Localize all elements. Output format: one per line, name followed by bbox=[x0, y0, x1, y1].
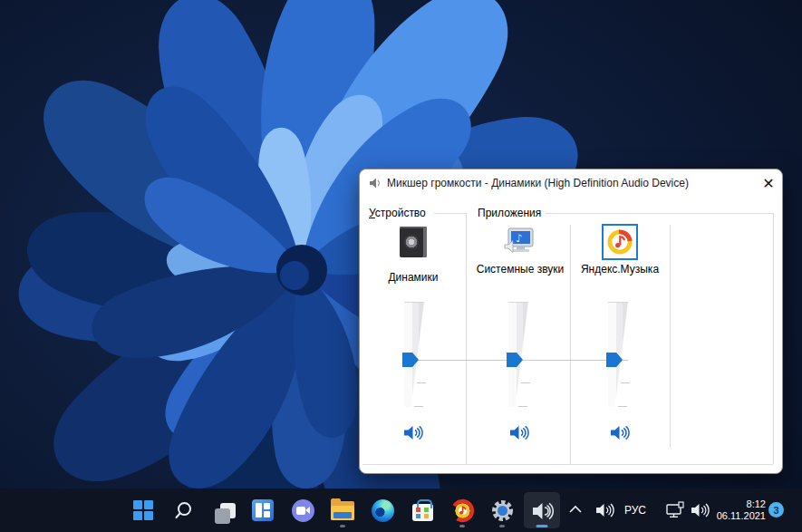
windows-logo-icon bbox=[133, 500, 153, 520]
microsoft-store-icon bbox=[412, 504, 433, 521]
start-button[interactable] bbox=[125, 492, 161, 528]
yandex-music-button[interactable] bbox=[444, 492, 480, 528]
window-title: Микшер громкости - Динамики (High Defini… bbox=[387, 177, 689, 189]
volume-mixer-icon bbox=[530, 500, 554, 522]
notification-badge[interactable]: 3 bbox=[768, 502, 784, 517]
search-icon bbox=[172, 499, 194, 521]
yandex-music-icon bbox=[450, 498, 475, 523]
tray-volume-mixer-icon[interactable] bbox=[594, 502, 614, 518]
file-explorer-button[interactable] bbox=[324, 492, 361, 528]
mute-button-device[interactable] bbox=[400, 421, 427, 444]
divider bbox=[773, 213, 774, 464]
edge-button[interactable] bbox=[364, 492, 401, 528]
tray-language[interactable]: РУС bbox=[624, 504, 646, 517]
system-sounds-icon: ♪ bbox=[502, 227, 536, 259]
tray-clock[interactable]: 8:12 06.11.2021 bbox=[717, 498, 766, 522]
yandex-music-app-icon[interactable] bbox=[602, 224, 638, 260]
close-button[interactable]: ✕ bbox=[755, 170, 782, 196]
app-name: Яндекс.Музыка bbox=[572, 263, 668, 276]
mute-button-system-sounds[interactable] bbox=[506, 421, 533, 444]
chat-icon bbox=[292, 499, 314, 522]
divider bbox=[434, 213, 466, 214]
settings-button[interactable] bbox=[484, 492, 520, 528]
speaker-icon bbox=[368, 176, 382, 190]
task-view-icon bbox=[208, 496, 237, 525]
chat-button[interactable] bbox=[285, 492, 321, 528]
task-view-button[interactable] bbox=[205, 492, 241, 528]
divider bbox=[546, 213, 773, 214]
tray-speaker-icon[interactable] bbox=[690, 502, 710, 518]
divider bbox=[570, 225, 571, 464]
tray-date: 06.11.2021 bbox=[717, 510, 766, 522]
widgets-button[interactable] bbox=[245, 492, 281, 528]
speakers-device-icon bbox=[397, 225, 430, 259]
volume-mixer-window: Микшер громкости - Динамики (High Defini… bbox=[359, 169, 783, 474]
file-explorer-icon bbox=[331, 501, 354, 520]
edge-icon bbox=[372, 499, 394, 522]
widgets-icon bbox=[252, 499, 274, 521]
divider bbox=[466, 213, 467, 464]
taskbar-buttons bbox=[125, 492, 560, 528]
tray-network-icon[interactable] bbox=[664, 501, 686, 519]
apps-group-label: Приложения bbox=[476, 207, 543, 219]
taskbar: РУС 8:12 06.11.2021 bbox=[0, 488, 802, 532]
svg-text:♪: ♪ bbox=[516, 232, 523, 245]
device-name: Динамики bbox=[368, 271, 459, 284]
divider bbox=[670, 225, 671, 448]
search-button[interactable] bbox=[165, 492, 201, 528]
mute-button-yandex-music[interactable] bbox=[606, 421, 633, 444]
divider bbox=[362, 464, 773, 465]
volume-mixer-button[interactable] bbox=[524, 492, 560, 528]
tray-chevron-up-icon[interactable] bbox=[568, 504, 583, 515]
tray-time: 8:12 bbox=[717, 498, 766, 510]
microsoft-store-button[interactable] bbox=[404, 492, 440, 528]
device-group-label: Устройство bbox=[367, 207, 428, 219]
app-name: Системные звуки bbox=[470, 263, 570, 276]
yandex-music-logo bbox=[604, 226, 636, 258]
titlebar[interactable]: Микшер громкости - Динамики (High Defini… bbox=[360, 169, 782, 197]
settings-gear-icon bbox=[490, 498, 515, 523]
